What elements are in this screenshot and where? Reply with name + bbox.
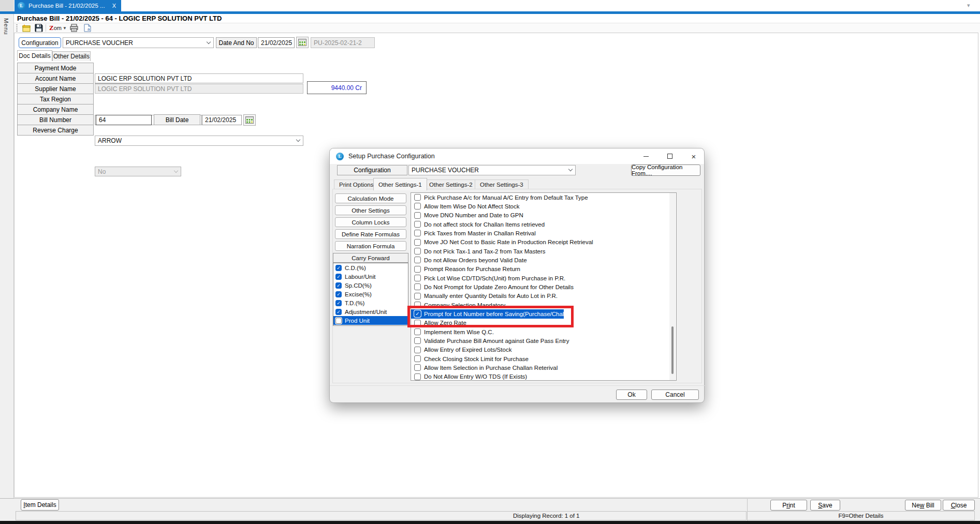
tab-close-icon[interactable]: X [112,3,116,9]
settings-option-row[interactable]: ✓ Implement Item Wise Q.C. [411,327,676,336]
dialog-tab[interactable]: Other Settings-3 [475,179,529,190]
copy-configuration-button[interactable]: Copy Configuration From.... [631,164,700,176]
settings-option-row[interactable]: ✓ Company Selection Mandatory [411,301,676,309]
carry-forward-item[interactable]: ✓ T.D.(%) [333,298,408,307]
account-name-field[interactable]: LOGIC ERP SOLUTION PVT LTD [95,73,303,83]
dialog-side-button[interactable]: Calculation Mode [335,193,406,203]
checkbox[interactable]: ✓ [414,293,421,300]
calendar-icon[interactable] [296,37,309,48]
configuration-select[interactable]: PURCHASE VOUCHER [63,37,214,48]
carry-forward-item[interactable]: ✓ Excise(%) [333,290,408,298]
checkbox[interactable]: ✓ [414,310,421,317]
dialog-side-button[interactable]: Define Rate Formulas [335,229,406,239]
checkbox[interactable]: ✓ [414,230,421,236]
checkbox[interactable]: ✓ [414,364,421,371]
bill-number-input[interactable]: 64 [96,115,152,125]
dialog-configuration-select[interactable]: PURCHASE VOUCHER [408,165,576,175]
new-bill-button[interactable]: New Bill [905,500,941,511]
checkbox[interactable]: ✓ [414,347,421,353]
checkbox[interactable]: ✓ [414,337,421,344]
checkbox[interactable]: ✓ [414,275,421,281]
settings-option-row[interactable]: ✓ Check Closing Stock Limit for Purchase [411,354,676,363]
carry-forward-item[interactable]: ✓ Sp.CD(%) [333,281,408,290]
settings-option-row[interactable]: ✓ Do not affect stock for Challan Items … [411,220,676,229]
settings-option-row[interactable]: ✓ Do Not Allow Entry W/O TDS (If Exists) [411,372,676,381]
dialog-side-button[interactable]: Column Locks [335,217,406,227]
settings-option-row[interactable]: ✓ Pick Taxes from Master in Challan Retr… [411,229,676,237]
close-button[interactable]: Close [943,500,975,511]
calendar-icon[interactable] [243,114,256,126]
checkbox[interactable]: ✓ [335,291,342,297]
checkbox[interactable]: ✓ [414,302,421,308]
tab-doc-details[interactable]: Doc Details [17,50,52,61]
dialog-tab[interactable]: Other Settings-1 [373,178,427,190]
settings-option-row[interactable]: ✓ Allow Item Wise Do Not Affect Stock [411,202,676,211]
dialog-tab[interactable]: Other Settings-2 [424,179,478,190]
dialog-tab[interactable]: Print Options [334,179,378,190]
cancel-button[interactable]: Cancel [651,390,699,400]
date-input[interactable]: 21/02/2025 [258,37,295,48]
settings-option-row[interactable]: ✓ Manually enter Quantity Details for Au… [411,292,676,301]
checkbox[interactable]: ✓ [414,203,421,209]
minimize-icon[interactable] [638,151,654,162]
checkbox[interactable]: ✓ [335,300,342,306]
zoom-dropdown[interactable]: Zom▼ [49,23,67,33]
tab-purchase-bill[interactable]: L Purchase Bill - 21/02/2025 ... X [14,0,121,11]
settings-option-row[interactable]: ✓ Do not Allow Orders beyond Valid Date [411,256,676,264]
checkbox[interactable]: ✓ [335,309,342,315]
settings-option-row[interactable]: ✓ Allow Zero Rate [411,319,676,327]
configuration-button[interactable]: Configuration [19,37,61,48]
save-icon[interactable] [33,23,45,33]
tab-other-details[interactable]: Other Details [52,51,91,61]
carry-forward-item[interactable]: ✓ C.D.(%) [333,263,408,272]
settings-option-row[interactable]: ✓ Move DNO Number and Date to GPN [411,211,676,220]
print-icon[interactable] [68,23,80,33]
settings-option-row[interactable]: ✓ Move JO Net Cost to Basic Rate in Prod… [411,238,676,247]
settings-option-row[interactable]: ✓ Pick Lot Wise CD/TD/Sch(Unit) from Pur… [411,274,676,282]
checkbox[interactable]: ✓ [414,221,421,228]
settings-option-row[interactable]: ✓ Prompt Reason for Purchase Return [411,265,676,274]
checkbox[interactable]: ✓ [414,212,421,219]
settings-option-row[interactable]: ✓ Prompt for Lot Number before Saving(Pu… [411,309,676,318]
save-button[interactable]: Save [810,500,840,511]
checkbox[interactable]: ✓ [414,239,421,246]
checkbox[interactable]: ✓ [414,257,421,263]
dialog-side-button[interactable]: Other Settings [335,205,406,215]
tab-list-chevron-icon[interactable]: ▾ [967,2,970,9]
checkbox[interactable]: ✓ [414,320,421,326]
dialog-side-button[interactable]: Narration Formula [335,241,406,251]
checkbox[interactable]: ✓ [335,318,342,324]
settings-option-row[interactable]: ✓ Pick Purchase A/c for Manual A/C Entry… [411,193,676,202]
ok-button[interactable]: Ok [616,390,647,400]
checkbox[interactable]: ✓ [414,355,421,362]
bill-date-input[interactable]: 21/02/2025 [202,115,242,125]
options-scrollbar[interactable] [669,193,676,380]
toolbar-grip[interactable] [16,24,18,32]
settings-option-row[interactable]: ✓ Validate Purchase Bill Amount against … [411,336,676,345]
checkbox[interactable]: ✓ [335,274,342,280]
scrollbar-thumb[interactable] [671,326,674,374]
settings-option-row[interactable]: ✓ Allow Entry of Expired Lots/Stock [411,346,676,354]
carry-forward-item[interactable]: ✓ Prod Unit [333,316,408,325]
print-button[interactable]: Print [770,500,807,511]
checkbox[interactable]: ✓ [414,373,421,380]
close-icon[interactable]: × [686,151,701,162]
checkbox[interactable]: ✓ [414,194,421,201]
checkbox[interactable]: ✓ [335,282,342,289]
settings-option-row[interactable]: ✓ Do Not Prompt for Update Zero Amount f… [411,282,676,291]
checkbox[interactable]: ✓ [414,266,421,273]
checkbox[interactable]: ✓ [414,248,421,254]
settings-option-row[interactable]: ✓ Do not Pick Tax-1 and Tax-2 from Tax M… [411,247,676,256]
maximize-icon[interactable] [662,151,678,162]
company-name-select[interactable]: ARROW [95,136,303,146]
carry-forward-item[interactable]: ✓ Labour/Unit [333,272,408,281]
document-preview-icon[interactable]: a [82,23,93,33]
carry-forward-item[interactable]: ✓ Adjustment/Unit [333,307,408,316]
menu-dock-strip[interactable]: Menu [0,14,14,521]
checkbox[interactable]: ✓ [414,328,421,335]
dialog-side-button[interactable]: Carry Forward [333,253,408,263]
new-document-icon[interactable] [21,23,32,33]
checkbox[interactable]: ✓ [335,265,342,271]
item-details-button[interactable]: Item Details [21,499,59,511]
checkbox[interactable]: ✓ [414,283,421,290]
